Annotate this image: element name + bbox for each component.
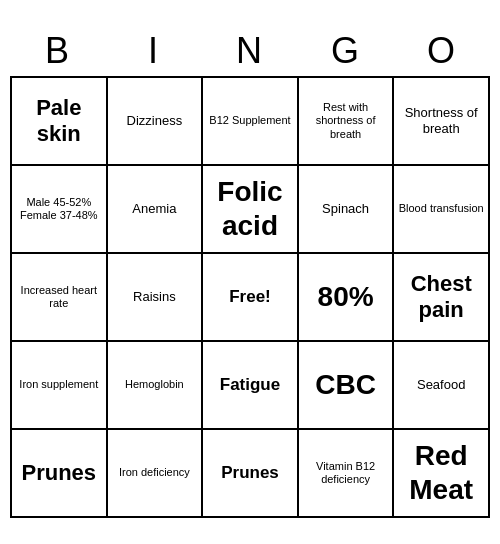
- table-row: Male 45-52% Female 37-48%: [12, 166, 108, 254]
- header-n: N: [202, 26, 298, 76]
- bingo-header: B I N G O: [10, 26, 490, 76]
- table-row: Blood transfusion: [394, 166, 490, 254]
- table-row: Red Meat: [394, 430, 490, 518]
- table-row: Iron deficiency: [108, 430, 204, 518]
- table-row: Chest pain: [394, 254, 490, 342]
- table-row: Hemoglobin: [108, 342, 204, 430]
- table-row: Seafood: [394, 342, 490, 430]
- header-g: G: [298, 26, 394, 76]
- table-row: Increased heart rate: [12, 254, 108, 342]
- table-row: Iron supplement: [12, 342, 108, 430]
- header-o: O: [394, 26, 490, 76]
- table-row: Prunes: [203, 430, 299, 518]
- table-row: Rest with shortness of breath: [299, 78, 395, 166]
- table-row: Dizziness: [108, 78, 204, 166]
- table-row: Raisins: [108, 254, 204, 342]
- table-row: Fatigue: [203, 342, 299, 430]
- table-row: Anemia: [108, 166, 204, 254]
- table-row: Pale skin: [12, 78, 108, 166]
- header-i: I: [106, 26, 202, 76]
- table-row: Folic acid: [203, 166, 299, 254]
- table-row: Vitamin B12 deficiency: [299, 430, 395, 518]
- header-b: B: [10, 26, 106, 76]
- bingo-card: B I N G O Pale skinDizzinessB12 Suppleme…: [10, 26, 490, 518]
- bingo-grid: Pale skinDizzinessB12 SupplementRest wit…: [10, 76, 490, 518]
- table-row: 80%: [299, 254, 395, 342]
- table-row: Free!: [203, 254, 299, 342]
- table-row: B12 Supplement: [203, 78, 299, 166]
- table-row: CBC: [299, 342, 395, 430]
- table-row: Spinach: [299, 166, 395, 254]
- table-row: Shortness of breath: [394, 78, 490, 166]
- table-row: Prunes: [12, 430, 108, 518]
